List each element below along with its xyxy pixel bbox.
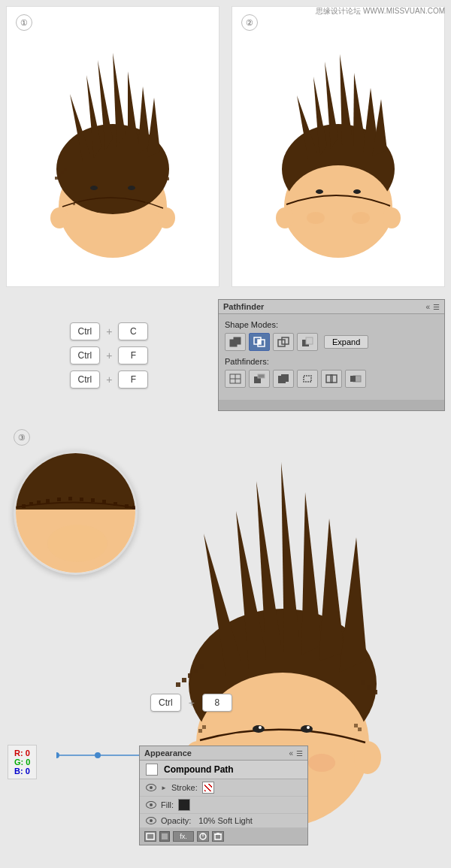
svg-rect-61: [22, 504, 26, 508]
key-ctrl-3: Ctrl: [70, 370, 101, 389]
svg-rect-105: [358, 727, 362, 731]
ap-icon-1[interactable]: [144, 831, 156, 842]
svg-rect-90: [200, 664, 204, 669]
ap-icon-2[interactable]: [159, 831, 170, 842]
svg-rect-56: [331, 375, 337, 383]
svg-rect-67: [80, 498, 83, 501]
svg-rect-10: [58, 174, 61, 177]
svg-rect-91: [361, 680, 365, 685]
appearance-opacity-row: Opacity: 10% Soft Light: [140, 814, 307, 828]
svg-point-37: [352, 212, 370, 224]
shortcut-ctrl-c: Ctrl + C: [70, 322, 149, 340]
svg-point-96: [354, 741, 381, 774]
svg-marker-81: [281, 462, 299, 652]
svg-marker-85: [339, 537, 367, 673]
svg-point-17: [90, 186, 98, 190]
pathfinders-label: Pathfinders:: [225, 357, 438, 366]
ap-menu-icon[interactable]: ☰: [296, 749, 303, 758]
rgb-r-value: R: 0: [14, 749, 30, 758]
pathfinder-outline[interactable]: [321, 370, 342, 388]
svg-rect-19: [73, 203, 75, 205]
pathfinder-title: Pathfinder: [223, 302, 264, 311]
svg-marker-83: [319, 519, 344, 661]
svg-rect-55: [326, 375, 332, 383]
pathfinder-body: Shape Modes: Expand: [219, 314, 444, 400]
key-ctrl-1: Ctrl: [70, 322, 101, 340]
stroke-expand-arrow[interactable]: ►: [161, 785, 167, 791]
svg-rect-12: [64, 168, 67, 171]
svg-rect-66: [68, 497, 72, 501]
compound-path-header: Compound Path: [140, 761, 307, 779]
svg-point-98: [301, 725, 313, 733]
shape-mode-intersect[interactable]: [249, 333, 270, 351]
svg-rect-9: [55, 177, 58, 180]
svg-point-33: [383, 207, 401, 228]
svg-rect-107: [147, 833, 154, 839]
svg-point-34: [316, 189, 323, 194]
panel-1: ①: [6, 6, 219, 287]
ap-collapse-icon[interactable]: «: [289, 749, 293, 758]
magnify-inner: [16, 453, 135, 573]
pf-menu-icon[interactable]: ☰: [433, 303, 440, 311]
svg-marker-27: [353, 73, 365, 147]
pathfinder-crop[interactable]: [297, 370, 318, 388]
svg-marker-82: [301, 492, 322, 655]
appearance-footer: fx.: [140, 828, 307, 845]
svg-point-102: [308, 754, 335, 772]
opacity-visibility-eye[interactable]: [146, 817, 156, 824]
svg-rect-13: [163, 174, 166, 177]
key-f1: F: [118, 346, 148, 364]
svg-rect-106: [354, 724, 358, 727]
top-panels: ①: [0, 0, 451, 293]
ap-fx-icon[interactable]: fx.: [173, 831, 194, 842]
pathfinder-trim[interactable]: [249, 370, 270, 388]
pathfinder-divide[interactable]: [225, 370, 246, 388]
svg-point-35: [353, 189, 361, 194]
expand-button[interactable]: Expand: [324, 335, 368, 349]
ctrl8-row: Ctrl + 8: [150, 694, 232, 712]
opacity-value: 10% Soft Light: [198, 816, 253, 825]
svg-rect-42: [258, 340, 261, 344]
svg-rect-68: [91, 498, 95, 502]
compound-path-swatch: [146, 764, 158, 776]
stroke-visibility-eye[interactable]: [146, 784, 156, 791]
svg-rect-63: [37, 501, 41, 504]
appearance-panel: Appearance « ☰ Compound Path ► Stroke: F…: [139, 746, 308, 845]
svg-rect-86: [176, 682, 180, 687]
key-ctrl-8: Ctrl: [150, 694, 181, 712]
pathfinder-merge[interactable]: [273, 370, 294, 388]
svg-point-32: [276, 207, 294, 228]
svg-rect-20: [76, 201, 78, 203]
svg-rect-104: [202, 725, 206, 729]
svg-rect-14: [166, 177, 169, 180]
pathfinder-minus-back[interactable]: [345, 370, 366, 388]
svg-rect-70: [114, 502, 117, 506]
rgb-b-value: B: 0: [14, 767, 30, 776]
svg-point-76: [95, 752, 101, 758]
svg-marker-8: [147, 98, 160, 158]
stroke-color-swatch[interactable]: [202, 782, 214, 794]
plus-icon-2: +: [106, 349, 112, 361]
character-1: [41, 30, 184, 263]
svg-point-31: [284, 165, 392, 256]
fill-color-swatch[interactable]: [178, 799, 190, 811]
ap-icon-3[interactable]: [197, 831, 209, 842]
key-8: 8: [202, 694, 232, 712]
ap-delete-icon[interactable]: [212, 831, 224, 842]
fill-visibility-eye[interactable]: [146, 801, 156, 809]
pf-collapse-icon[interactable]: «: [425, 303, 430, 311]
stroke-label: Stroke:: [171, 783, 198, 792]
panel-2-number: ②: [241, 14, 258, 31]
shape-mode-minus[interactable]: [297, 333, 318, 351]
bottom-section: ③: [0, 417, 451, 860]
pathfinder-title-bar: Pathfinder « ☰: [219, 300, 444, 314]
shape-mode-exclude[interactable]: [273, 333, 294, 351]
svg-rect-88: [188, 673, 192, 678]
appearance-stroke-row: ► Stroke:: [140, 779, 307, 797]
svg-rect-39: [234, 337, 241, 344]
appearance-panel-controls: « ☰: [289, 749, 303, 758]
svg-point-100: [307, 726, 310, 729]
svg-rect-111: [215, 834, 221, 839]
shape-mode-unite[interactable]: [225, 333, 246, 351]
panel-3-number: ③: [14, 429, 30, 446]
